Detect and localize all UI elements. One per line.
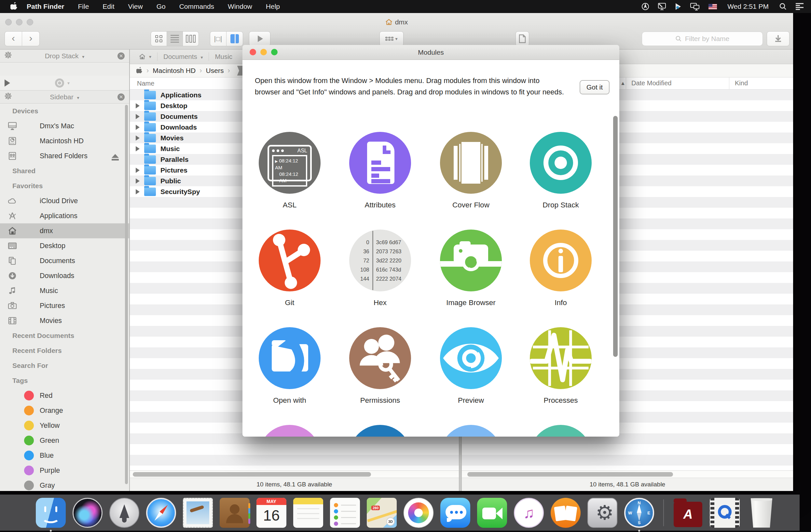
- module-processes[interactable]: Processes: [518, 327, 603, 405]
- close-button[interactable]: [250, 49, 256, 55]
- slideshow-button[interactable]: [249, 31, 271, 46]
- imagebrowser-module-icon[interactable]: [440, 230, 502, 291]
- breadcrumb-item[interactable]: Users: [206, 67, 224, 75]
- dock-item-facetime[interactable]: [476, 497, 508, 528]
- sidebar-item-downloads[interactable]: Downloads: [0, 268, 129, 283]
- home-tab[interactable]: ▾: [139, 54, 151, 60]
- dock-item-reminders[interactable]: [330, 497, 361, 528]
- right-hscrollbar[interactable]: [462, 470, 793, 477]
- disclosure-triangle-icon[interactable]: [136, 114, 140, 119]
- module-permissions[interactable]: Permissions: [338, 327, 423, 405]
- hex-module-icon[interactable]: 036721081443c69 6d672073 72633d22 222061…: [349, 230, 411, 291]
- disclosure-triangle-icon[interactable]: [136, 189, 140, 194]
- menu-app-name[interactable]: Path Finder: [19, 3, 71, 11]
- menu-item-help[interactable]: Help: [259, 3, 287, 10]
- dock-item-messages[interactable]: [440, 497, 471, 528]
- dual-pane-button[interactable]: [227, 32, 243, 46]
- dock-item-launchpad[interactable]: [109, 497, 140, 528]
- zoom-button[interactable]: [271, 49, 278, 55]
- module-partial-icon[interactable]: [259, 425, 321, 437]
- sidebar-item-yellow[interactable]: Yellow: [0, 418, 129, 433]
- dock-item-calendar[interactable]: MAY16: [256, 497, 287, 528]
- menu-item-edit[interactable]: Edit: [96, 3, 121, 10]
- sidebar-item-dmx[interactable]: dmx: [0, 223, 129, 238]
- close-panel-icon[interactable]: ✕: [118, 52, 125, 60]
- location-icon[interactable]: [641, 3, 649, 11]
- sidebar-item-movies[interactable]: Movies: [0, 313, 129, 328]
- module-open-with[interactable]: Open with: [247, 327, 332, 405]
- dock-item-ibooks[interactable]: [550, 497, 581, 528]
- input-source-flag-icon[interactable]: [708, 4, 717, 10]
- got-it-button[interactable]: Got it: [580, 80, 610, 94]
- disclosure-triangle-icon[interactable]: [136, 179, 140, 184]
- date-modified-header[interactable]: Date Modified: [631, 79, 671, 87]
- dock-item-safari[interactable]: [146, 497, 177, 528]
- drop-stack-title[interactable]: Drop Stack ▾: [12, 52, 118, 60]
- forward-button[interactable]: ›: [22, 32, 40, 46]
- sidebar-item-blue[interactable]: Blue: [0, 448, 129, 463]
- dock-item-itunes[interactable]: ♫: [513, 497, 545, 528]
- sidebar-item-green[interactable]: Green: [0, 433, 129, 448]
- dock-item-notes[interactable]: [293, 497, 324, 528]
- asl-module-icon[interactable]: ASL▶08:24:12 AM08:24:12 AM: [259, 132, 321, 194]
- kind-header[interactable]: Kind: [735, 79, 748, 87]
- sidebar-title[interactable]: Sidebar ▾: [12, 93, 118, 101]
- column-view-button[interactable]: [183, 32, 199, 46]
- icon-view-button[interactable]: [151, 32, 167, 46]
- disclosure-triangle-icon[interactable]: [136, 103, 140, 108]
- menu-item-commands[interactable]: Commands: [172, 3, 221, 10]
- breadcrumb-item[interactable]: Macintosh HD: [153, 67, 196, 75]
- dock-item-system-preferences[interactable]: ⚙: [587, 497, 618, 528]
- module-info[interactable]: Info: [518, 230, 603, 307]
- dock-item-siri[interactable]: [72, 497, 103, 528]
- sidebar-item-icloud-drive[interactable]: iCloud Drive: [0, 193, 129, 208]
- dock-item-quicktime[interactable]: [709, 497, 740, 528]
- parallels-icon[interactable]: [675, 3, 682, 11]
- menu-item-go[interactable]: Go: [150, 3, 172, 10]
- module-partial-icon[interactable]: [349, 425, 411, 437]
- tab-music[interactable]: Music: [215, 53, 232, 61]
- dock-item-acrobat[interactable]: A: [672, 497, 704, 528]
- spotlight-icon[interactable]: [779, 3, 787, 11]
- gear-icon[interactable]: [4, 92, 12, 101]
- dock-item-contacts[interactable]: [219, 497, 250, 528]
- sidebar-item-red[interactable]: Red: [0, 388, 129, 403]
- disclosure-triangle-icon[interactable]: [136, 168, 140, 173]
- openwith-module-icon[interactable]: [259, 327, 321, 389]
- view-options-button[interactable]: ▾: [380, 31, 403, 46]
- download-button[interactable]: [767, 31, 790, 46]
- minimize-button[interactable]: [260, 49, 267, 55]
- sidebar-item-orange[interactable]: Orange: [0, 403, 129, 418]
- tab-documents[interactable]: Documents ▾: [163, 53, 203, 61]
- module-hex[interactable]: 036721081443c69 6d672073 72633d22 222061…: [338, 230, 423, 307]
- dock-item-maps[interactable]: 2803D: [366, 497, 397, 528]
- dock-item-trash[interactable]: [746, 497, 777, 528]
- sidebar-item-applications[interactable]: Applications: [0, 208, 129, 223]
- module-image-browser[interactable]: Image Browser: [429, 230, 513, 307]
- back-button[interactable]: ‹: [5, 32, 22, 46]
- play-icon[interactable]: [4, 79, 10, 87]
- sidebar-item-music[interactable]: Music: [0, 283, 129, 298]
- attributes-module-icon[interactable]: [349, 132, 411, 194]
- git-module-icon[interactable]: [259, 230, 321, 291]
- module-partial-icon[interactable]: [530, 425, 592, 437]
- list-view-button[interactable]: [167, 32, 183, 46]
- eject-icon[interactable]: [112, 154, 119, 158]
- display-icon[interactable]: [658, 3, 666, 11]
- breadcrumb-apple-icon[interactable]: [136, 67, 142, 74]
- dock-item-mail[interactable]: [182, 497, 214, 528]
- sidebar-item-purple[interactable]: Purple: [0, 463, 129, 478]
- dock-item-path-finder[interactable]: NSWE: [624, 497, 655, 528]
- sidebar-item-documents[interactable]: Documents: [0, 253, 129, 268]
- sidebar-item-dmx-s-mac[interactable]: Dmx's Mac: [0, 119, 129, 134]
- sidebar-item-gray[interactable]: Gray: [0, 478, 129, 491]
- notification-center-icon[interactable]: [795, 3, 804, 10]
- dropstack-module-icon[interactable]: [530, 132, 592, 194]
- module-cover-flow[interactable]: Cover Flow: [429, 132, 513, 209]
- permissions-module-icon[interactable]: [349, 327, 411, 389]
- module-attributes[interactable]: Attributes: [338, 132, 423, 209]
- sidebar-item-desktop[interactable]: Desktop: [0, 238, 129, 253]
- sidebar-item-shared-folders[interactable]: Shared Folders: [0, 149, 129, 164]
- module-preview[interactable]: Preview: [429, 327, 513, 405]
- module-partial-icon[interactable]: [440, 425, 502, 437]
